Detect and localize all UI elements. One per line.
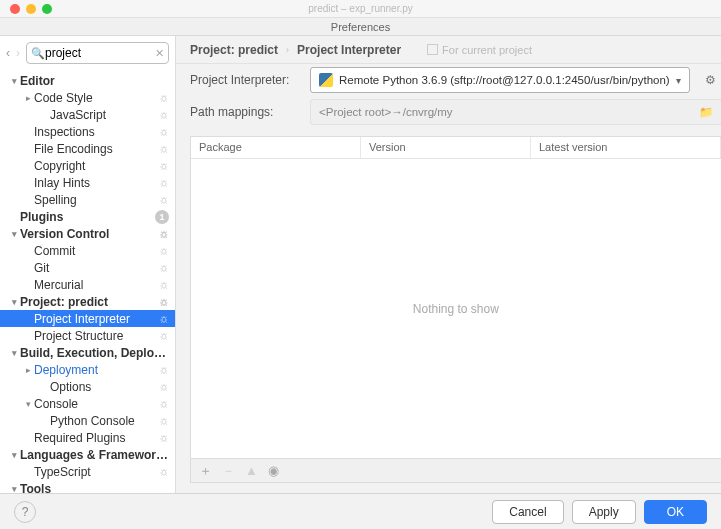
chevron-down-icon: ▾ — [676, 75, 681, 86]
tree-item-label: Project Interpreter — [34, 312, 159, 326]
add-package-button[interactable]: ＋ — [199, 462, 212, 480]
close-window-button[interactable] — [10, 4, 20, 14]
gear-icon: ⚙ — [705, 73, 716, 87]
tree-item-javascript[interactable]: JavaScript⛭ — [0, 106, 175, 123]
column-package[interactable]: Package — [191, 137, 361, 158]
tree-item-label: Python Console — [50, 414, 159, 428]
tree-item-tools[interactable]: ▾Tools — [0, 480, 175, 493]
zoom-window-button[interactable] — [42, 4, 52, 14]
tree-item-label: Project: predict — [20, 295, 159, 309]
project-level-icon: ⛭ — [159, 195, 169, 205]
column-version[interactable]: Version — [361, 137, 531, 158]
tree-caret-icon: ▾ — [8, 76, 20, 86]
tree-item-label: Inspections — [34, 125, 159, 139]
folder-icon[interactable]: 📁 — [699, 105, 713, 119]
tree-caret-icon: ▾ — [8, 484, 20, 494]
tree-item-plugins[interactable]: Plugins1 — [0, 208, 175, 225]
tree-item-console[interactable]: ▾Console⛭ — [0, 395, 175, 412]
tree-item-project-interpreter[interactable]: Project Interpreter⛭ — [0, 310, 175, 327]
project-level-icon: ⛭ — [159, 467, 169, 477]
traffic-lights[interactable] — [10, 4, 52, 14]
search-icon: 🔍 — [31, 47, 45, 60]
upgrade-package-button[interactable]: ▲ — [245, 463, 258, 478]
packages-table-empty: Nothing to show — [191, 159, 721, 458]
breadcrumb-page: Project Interpreter — [297, 43, 401, 57]
tree-item-copyright[interactable]: Copyright⛭ — [0, 157, 175, 174]
tree-item-label: JavaScript — [50, 108, 159, 122]
packages-table: Package Version Latest version Nothing t… — [190, 136, 721, 459]
tree-caret-icon: ▾ — [8, 348, 20, 358]
tree-caret-icon: ▸ — [22, 93, 34, 103]
tree-item-build-execution-deployment[interactable]: ▾Build, Execution, Deployment — [0, 344, 175, 361]
tree-item-deployment[interactable]: ▸Deployment⛭ — [0, 361, 175, 378]
tree-item-label: Tools — [20, 482, 169, 494]
tree-item-editor[interactable]: ▾Editor — [0, 72, 175, 89]
project-level-icon: ⛭ — [159, 280, 169, 290]
tree-item-inlay-hints[interactable]: Inlay Hints⛭ — [0, 174, 175, 191]
dialog-titlebar: Preferences — [0, 18, 721, 36]
tree-item-project-predict[interactable]: ▾Project: predict⛭ — [0, 293, 175, 310]
tree-item-options[interactable]: Options⛭ — [0, 378, 175, 395]
tree-item-label: Plugins — [20, 210, 151, 224]
path-mappings-field[interactable]: <Project root>→/cnvrg/my 📁 — [310, 99, 721, 125]
project-level-icon: ⛭ — [159, 399, 169, 409]
project-scope-icon — [427, 44, 438, 55]
tree-item-label: Editor — [20, 74, 169, 88]
settings-tree[interactable]: ▾Editor▸Code Style⛭JavaScript⛭Inspection… — [0, 70, 175, 493]
tree-item-version-control[interactable]: ▾Version Control⛭ — [0, 225, 175, 242]
tree-item-label: Commit — [34, 244, 159, 258]
clear-search-icon[interactable]: ✕ — [155, 47, 164, 60]
dialog-title: Preferences — [0, 21, 721, 33]
tree-item-project-structure[interactable]: Project Structure⛭ — [0, 327, 175, 344]
tree-item-python-console[interactable]: Python Console⛭ — [0, 412, 175, 429]
interpreter-settings-button[interactable]: ⚙ — [700, 69, 721, 91]
tree-item-required-plugins[interactable]: Required Plugins⛭ — [0, 429, 175, 446]
interpreter-value: Remote Python 3.6.9 (sftp://root@127.0.0… — [339, 74, 670, 86]
tree-item-typescript[interactable]: TypeScript⛭ — [0, 463, 175, 480]
tree-item-languages-frameworks[interactable]: ▾Languages & Frameworks — [0, 446, 175, 463]
tree-item-label: Copyright — [34, 159, 159, 173]
ok-button[interactable]: OK — [644, 500, 707, 524]
tree-item-git[interactable]: Git⛭ — [0, 259, 175, 276]
tree-item-mercurial[interactable]: Mercurial⛭ — [0, 276, 175, 293]
show-early-releases-button[interactable]: ◉ — [268, 463, 279, 478]
tree-item-code-style[interactable]: ▸Code Style⛭ — [0, 89, 175, 106]
tree-item-label: Code Style — [34, 91, 159, 105]
tree-item-spelling[interactable]: Spelling⛭ — [0, 191, 175, 208]
column-latest[interactable]: Latest version — [531, 137, 721, 158]
settings-search-input[interactable] — [26, 42, 169, 64]
interpreter-dropdown[interactable]: Remote Python 3.6.9 (sftp://root@127.0.0… — [310, 67, 690, 93]
tree-item-label: Inlay Hints — [34, 176, 159, 190]
project-level-icon: ⛭ — [159, 297, 169, 307]
project-level-icon: ⛭ — [159, 161, 169, 171]
tree-item-label: Options — [50, 380, 159, 394]
tree-item-file-encodings[interactable]: File Encodings⛭ — [0, 140, 175, 157]
tree-item-label: File Encodings — [34, 142, 159, 156]
tree-item-commit[interactable]: Commit⛭ — [0, 242, 175, 259]
project-level-icon: ⛭ — [159, 314, 169, 324]
settings-search-field[interactable]: 🔍 ✕ — [26, 42, 169, 64]
packages-toolbar: ＋ － ▲ ◉ — [190, 459, 721, 483]
project-level-icon: ⛭ — [159, 127, 169, 137]
dialog-button-bar: ? Cancel Apply OK — [0, 493, 721, 529]
help-button[interactable]: ? — [14, 501, 36, 523]
tree-item-inspections[interactable]: Inspections⛭ — [0, 123, 175, 140]
project-level-icon: ⛭ — [159, 365, 169, 375]
tree-item-label: Console — [34, 397, 159, 411]
tree-item-label: Required Plugins — [34, 431, 159, 445]
project-level-icon: ⛭ — [159, 331, 169, 341]
tree-item-label: Deployment — [34, 363, 159, 377]
path-mappings-label: Path mappings: — [190, 105, 300, 119]
project-level-icon: ⛭ — [159, 433, 169, 443]
tree-caret-icon: ▸ — [22, 365, 34, 375]
project-level-icon: ⛭ — [159, 110, 169, 120]
cancel-button[interactable]: Cancel — [492, 500, 563, 524]
tree-item-label: Languages & Frameworks — [20, 448, 169, 462]
tree-item-label: Spelling — [34, 193, 159, 207]
apply-button[interactable]: Apply — [572, 500, 636, 524]
tree-caret-icon: ▾ — [8, 450, 20, 460]
search-back-icon[interactable]: ‹ — [6, 46, 10, 60]
remove-package-button[interactable]: － — [222, 462, 235, 480]
minimize-window-button[interactable] — [26, 4, 36, 14]
search-forward-icon[interactable]: › — [16, 46, 20, 60]
